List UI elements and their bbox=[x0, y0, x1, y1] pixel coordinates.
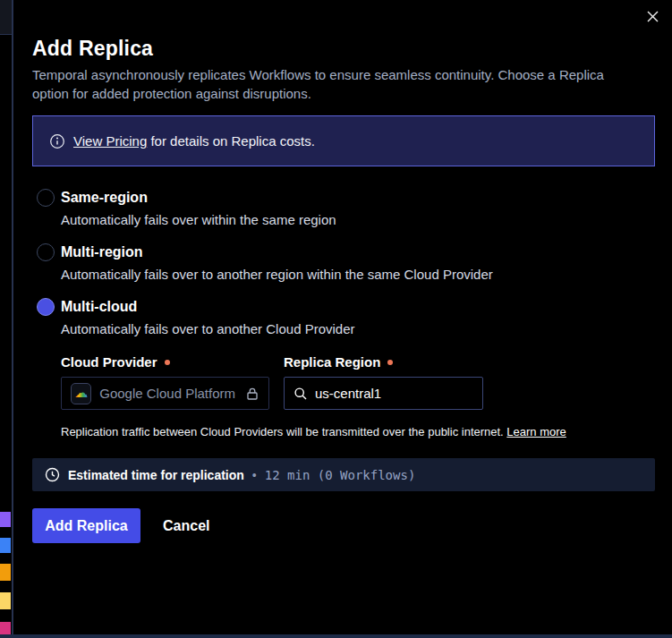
background-stripe-pink bbox=[0, 622, 11, 635]
close-button[interactable] bbox=[639, 3, 666, 30]
replica-region-label: Replica Region bbox=[284, 354, 393, 370]
modal-description: Temporal asynchronously replicates Workf… bbox=[32, 65, 642, 103]
pricing-banner-text: View Pricing for details on Replica cost… bbox=[73, 133, 315, 149]
radio-multi-region-label[interactable]: Multi-region bbox=[61, 244, 143, 260]
cloud-provider-select: ☁ Google Cloud Platform bbox=[61, 377, 269, 410]
radio-multi-region-description: Automatically fails over to another regi… bbox=[61, 267, 493, 282]
radio-multi-cloud[interactable] bbox=[37, 298, 55, 316]
replica-region-input[interactable] bbox=[315, 386, 458, 401]
replica-region-label-text: Replica Region bbox=[284, 354, 380, 370]
background-panel bbox=[0, 0, 12, 35]
estimated-time-value: 12 min (0 Workflows) bbox=[265, 468, 416, 482]
background-stripe-purple bbox=[0, 512, 11, 527]
add-replica-button[interactable]: Add Replica bbox=[32, 508, 140, 543]
add-replica-modal: Add Replica Temporal asynchronously repl… bbox=[13, 0, 672, 634]
screen: Add Replica Temporal asynchronously repl… bbox=[0, 0, 672, 638]
estimated-time-row: Estimated time for replication • 12 min … bbox=[32, 458, 655, 491]
pricing-banner: View Pricing for details on Replica cost… bbox=[32, 115, 655, 166]
view-pricing-link[interactable]: View Pricing bbox=[73, 133, 147, 149]
gcp-logo-icon: ☁ bbox=[71, 383, 91, 404]
estimated-time-separator: • bbox=[252, 468, 257, 482]
background-stripe-orange bbox=[0, 564, 11, 581]
background-stripe-blue bbox=[0, 538, 11, 553]
public-internet-note: Replication traffic between Cloud Provid… bbox=[61, 425, 566, 438]
required-dot bbox=[387, 360, 393, 365]
cloud-provider-value: Google Cloud Platform bbox=[99, 386, 235, 401]
cloud-provider-label-text: Cloud Provider bbox=[61, 354, 157, 370]
estimated-time-label: Estimated time for replication bbox=[68, 468, 244, 482]
radio-same-region-label[interactable]: Same-region bbox=[61, 190, 148, 206]
close-icon bbox=[646, 10, 659, 23]
cancel-button[interactable]: Cancel bbox=[163, 508, 209, 543]
radio-multi-cloud-description: Automatically fails over to another Clou… bbox=[61, 321, 355, 336]
radio-same-region[interactable] bbox=[37, 189, 55, 207]
search-icon bbox=[293, 387, 308, 401]
background-stripe-yellow bbox=[0, 592, 11, 609]
lock-icon bbox=[245, 387, 259, 401]
learn-more-link[interactable]: Learn more bbox=[506, 425, 566, 438]
radio-same-region-description: Automatically fails over within the same… bbox=[61, 212, 336, 227]
background-bottom-bar bbox=[0, 634, 672, 638]
radio-multi-region[interactable] bbox=[37, 243, 55, 261]
clock-icon bbox=[45, 467, 60, 482]
required-dot bbox=[165, 360, 170, 365]
page-title: Add Replica bbox=[32, 37, 153, 61]
pricing-banner-rest: for details on Replica costs. bbox=[147, 133, 315, 149]
radio-multi-cloud-label[interactable]: Multi-cloud bbox=[61, 299, 137, 315]
cloud-provider-label: Cloud Provider bbox=[61, 354, 170, 370]
info-icon bbox=[49, 133, 65, 149]
replica-region-field bbox=[284, 377, 483, 410]
public-internet-note-text: Replication traffic between Cloud Provid… bbox=[61, 425, 506, 438]
